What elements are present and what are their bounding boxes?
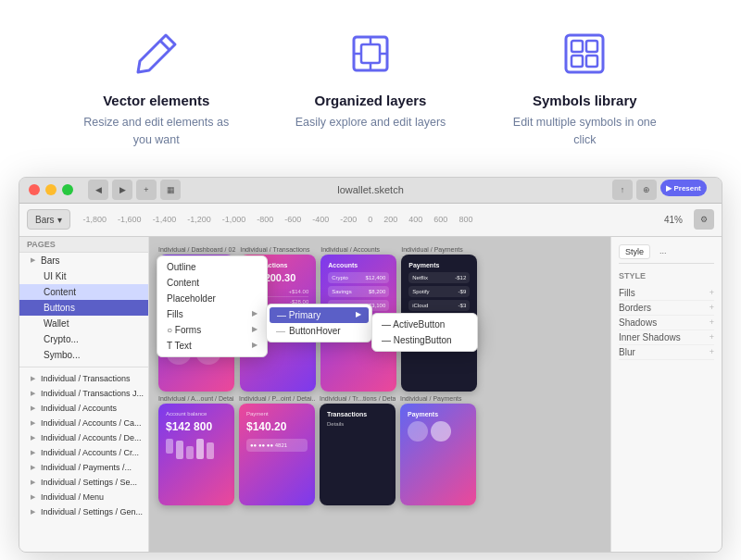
settings-icon[interactable]: ⚙	[694, 209, 714, 230]
insert-icon[interactable]: +	[136, 180, 157, 200]
svg-rect-10	[586, 56, 597, 67]
cm-outline[interactable]: Outline	[157, 259, 267, 275]
svg-rect-1	[361, 44, 380, 63]
maximize-button[interactable]	[62, 184, 73, 195]
vector-title: Vector elements	[103, 93, 209, 108]
close-button[interactable]	[29, 184, 40, 195]
feature-symbols: Symbols library Edit multiple symbols in…	[501, 28, 668, 149]
sidebar-layer-8[interactable]: ▶ Individual / Menu	[19, 490, 148, 504]
nm-activebutton[interactable]: — ActiveButton	[372, 317, 477, 332]
sidebar-page-uikit[interactable]: UI Kit	[19, 268, 148, 284]
pages-header: PAGES	[19, 237, 148, 253]
symbols-title: Symbols library	[533, 93, 637, 108]
sidebar-layer-1[interactable]: ▶ Individual / Transactions J...	[19, 386, 148, 401]
layers-title: Organized layers	[315, 93, 427, 108]
title-bar: ◀ ▶ + ▦ lowallet.sketch ↑ ⊕ ▶ Present	[19, 178, 722, 204]
symbols-desc: Edit multiple symbols in one click	[501, 114, 668, 149]
pencil-icon	[131, 28, 182, 80]
sidebar-layer-2[interactable]: ▶ Individual / Accounts	[19, 401, 148, 416]
card-b-label-0: Individual / A...ount / Detai...	[158, 395, 234, 402]
sidebar-layer-6[interactable]: ▶ Individual / Payments /...	[19, 460, 148, 475]
sidebar-page-crypto[interactable]: Crypto...	[19, 331, 148, 347]
submenu-fills[interactable]: — Primary▶ — ButtonHover	[266, 304, 372, 342]
rp-shadows[interactable]: Shadows +	[619, 316, 714, 330]
cm-text[interactable]: T Text▶	[157, 338, 267, 354]
nav-forward-icon[interactable]: ▶	[112, 180, 132, 200]
sidebar-page-buttons[interactable]: Buttons	[19, 300, 148, 316]
cm-placeholder[interactable]: Placeholder	[157, 291, 267, 306]
sm-buttonhover[interactable]: — ButtonHover	[267, 323, 371, 339]
layers-icon	[345, 28, 396, 80]
rp-style-label: STYLE	[619, 271, 714, 280]
card-b-label-1: Individual / P...oint / Detai...	[239, 395, 315, 402]
feature-layers: Organized layers Easily explore and edit…	[295, 28, 446, 149]
sidebar-layer-4[interactable]: ▶ Individual / Accounts / De...	[19, 430, 148, 445]
sidebar-page-wallet[interactable]: Wallet	[19, 316, 148, 331]
cm-fills[interactable]: Fills▶	[157, 306, 267, 322]
svg-rect-8	[586, 41, 597, 52]
toolbar-row: Bars ▾ -1,800 -1,600 -1,400 -1,200 -1,00…	[19, 204, 722, 237]
sidebar-page-symbols[interactable]: Symbo...	[19, 347, 148, 363]
nested-menu-primary[interactable]: — ActiveButton — NestingButton	[371, 313, 478, 352]
rp-fills[interactable]: Fills +	[619, 286, 714, 301]
rp-tab-other[interactable]: ...	[654, 244, 672, 259]
features-section: Vector elements Resize and edit elements…	[0, 0, 741, 168]
app-content: PAGES ▶ Bars UI Kit Content Buttons Wall…	[19, 237, 722, 552]
rp-inner-shadows[interactable]: Inner Shadows +	[619, 330, 714, 345]
sidebar-layer-7[interactable]: ▶ Individual / Settings / Se...	[19, 475, 148, 490]
sm-primary[interactable]: — Primary▶	[270, 307, 369, 323]
sidebar-page-bars[interactable]: ▶ Bars	[19, 253, 148, 268]
sidebar-layer-3[interactable]: ▶ Individual / Accounts / Ca...	[19, 416, 148, 430]
rp-tab-style[interactable]: Style	[619, 244, 650, 259]
phone-card-b0: Account balance $142 800	[158, 404, 234, 505]
sidebar-page-content[interactable]: Content	[19, 284, 148, 300]
context-menu[interactable]: Outline Content Placeholder Fills▶ ○ For…	[157, 255, 268, 357]
phone-card-b2: Transactions Details	[320, 404, 396, 505]
zoom-icon[interactable]: ⊕	[636, 180, 657, 200]
canvas-area[interactable]: Individual / Dashboard / 02 Portfolio va…	[149, 237, 610, 552]
symbols-icon	[559, 28, 610, 80]
view-icon[interactable]: ▦	[160, 180, 181, 200]
card-label-2: Individual / Accounts	[320, 246, 396, 253]
share-icon[interactable]: ↑	[612, 180, 633, 200]
card-label-3: Individual / Payments	[401, 246, 477, 253]
layers-desc: Easily explore and edit layers	[295, 114, 446, 131]
toolbar-bars[interactable]: Bars ▾	[27, 209, 70, 230]
phone-card-b3: Payments	[400, 404, 476, 505]
phone-card-b1: Payment $140.20 ●● ●● ●● 4821	[239, 404, 315, 505]
cm-content[interactable]: Content	[157, 275, 267, 291]
toolbar-icons: ◀ ▶ + ▦	[88, 180, 181, 200]
card-label-1: Individual / Transactions	[240, 246, 316, 253]
nm-nestingbutton[interactable]: — NestingButton	[372, 332, 477, 348]
rp-borders[interactable]: Borders +	[619, 301, 714, 316]
sidebar-layer-5[interactable]: ▶ Individual / Accounts / Cr...	[19, 445, 148, 460]
card-b-label-2: Individual / Tr...tions / Detai...	[320, 395, 396, 402]
cm-forms[interactable]: ○ Forms▶	[157, 322, 267, 338]
traffic-lights	[29, 184, 73, 195]
feature-vector: Vector elements Resize and edit elements…	[73, 28, 240, 149]
zoom-level: 41%	[659, 215, 688, 225]
sidebar-layer-9[interactable]: ▶ Individual / Settings / Gen...	[19, 504, 148, 519]
card-label-0: Individual / Dashboard / 02	[158, 246, 235, 253]
rp-blur[interactable]: Blur +	[619, 345, 714, 360]
card-b-label-3: Individual / Payments	[400, 395, 476, 402]
svg-rect-9	[571, 56, 583, 67]
minimize-button[interactable]	[45, 184, 57, 195]
window-title: lowallet.sketch	[337, 184, 404, 195]
svg-rect-7	[571, 41, 583, 52]
right-panel: Style ... STYLE Fills + Borders + Shadow…	[610, 237, 722, 552]
left-sidebar: PAGES ▶ Bars UI Kit Content Buttons Wall…	[19, 237, 149, 552]
nav-back-icon[interactable]: ◀	[88, 180, 108, 200]
vector-desc: Resize and edit elements as you want	[73, 114, 240, 149]
sidebar-layer-0[interactable]: ▶ Individual / Transactions	[19, 371, 148, 386]
app-window: ◀ ▶ + ▦ lowallet.sketch ↑ ⊕ ▶ Present Ba…	[19, 177, 722, 553]
